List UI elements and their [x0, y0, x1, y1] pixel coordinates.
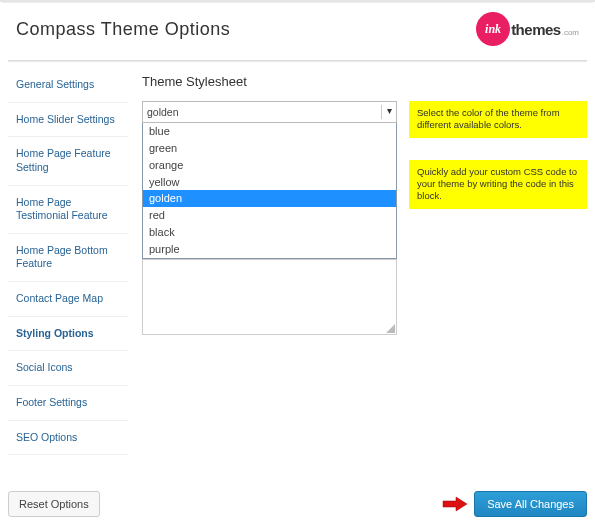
header-divider	[8, 60, 587, 62]
section-title: Theme Stylesheet	[142, 74, 587, 89]
theme-color-select-value: golden	[147, 106, 179, 118]
color-option-black[interactable]: black	[143, 224, 396, 241]
color-option-golden[interactable]: golden	[143, 190, 396, 207]
resize-handle-icon[interactable]	[385, 323, 395, 333]
note-color-help: Select the color of the theme from diffe…	[409, 101, 587, 138]
note-css-help: Quickly add your custom CSS code to your…	[409, 160, 587, 209]
brand-logo: ink themes .com	[476, 12, 579, 46]
sidebar-item-home-page-feature-setting[interactable]: Home Page Feature Setting	[8, 137, 128, 185]
logo-suffix: .com	[562, 28, 579, 37]
sidebar-item-contact-page-map[interactable]: Contact Page Map	[8, 282, 128, 317]
color-option-blue[interactable]: blue	[143, 123, 396, 140]
sidebar-item-seo-options[interactable]: SEO Options	[8, 421, 128, 456]
footer: Reset Options Save All Changes	[8, 491, 587, 517]
arrow-right-icon	[442, 495, 468, 513]
sidebar-item-home-slider-settings[interactable]: Home Slider Settings	[8, 103, 128, 138]
logo-text: themes	[511, 21, 561, 38]
sidebar-item-general-settings[interactable]: General Settings	[8, 68, 128, 103]
page-title: Compass Theme Options	[16, 19, 230, 40]
sidebar-item-styling-options[interactable]: Styling Options	[8, 317, 128, 352]
logo-circle: ink	[476, 12, 510, 46]
theme-color-dropdown[interactable]: blue green orange yellow golden red blac…	[142, 123, 397, 259]
color-option-green[interactable]: green	[143, 140, 396, 157]
color-option-yellow[interactable]: yellow	[143, 174, 396, 191]
save-button[interactable]: Save All Changes	[474, 491, 587, 517]
custom-css-textarea[interactable]	[142, 259, 397, 335]
sidebar-item-footer-settings[interactable]: Footer Settings	[8, 386, 128, 421]
color-option-red[interactable]: red	[143, 207, 396, 224]
color-option-orange[interactable]: orange	[143, 157, 396, 174]
sidebar: General Settings Home Slider Settings Ho…	[8, 68, 128, 455]
theme-color-select[interactable]: golden	[142, 101, 397, 123]
reset-button[interactable]: Reset Options	[8, 491, 100, 517]
sidebar-item-home-page-bottom-feature[interactable]: Home Page Bottom Feature	[8, 234, 128, 282]
main-panel: Theme Stylesheet golden blue green orang…	[128, 68, 587, 455]
sidebar-item-social-icons[interactable]: Social Icons	[8, 351, 128, 386]
header: Compass Theme Options ink themes .com	[0, 0, 595, 60]
color-option-purple[interactable]: purple	[143, 241, 396, 258]
sidebar-item-home-page-testimonial-feature[interactable]: Home Page Testimonial Feature	[8, 186, 128, 234]
